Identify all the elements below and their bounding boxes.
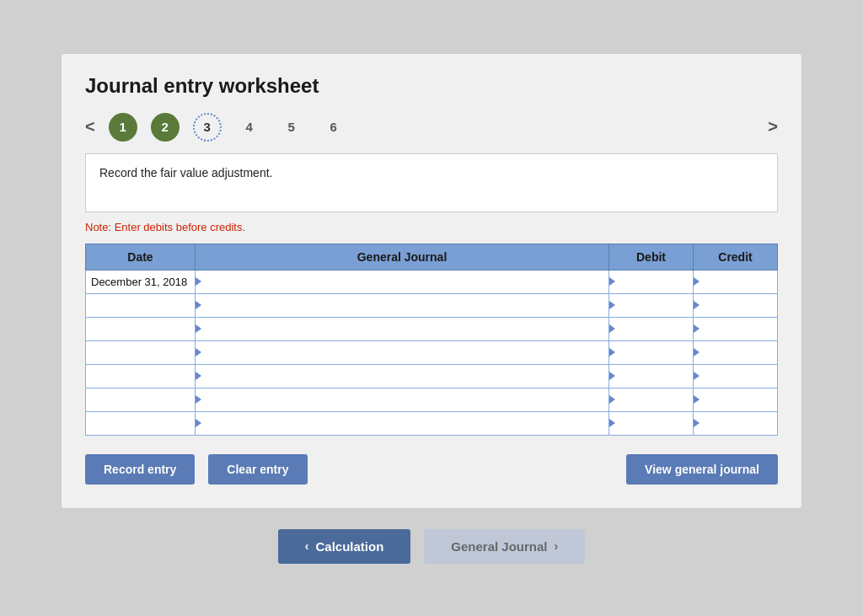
credit-cell[interactable] <box>694 317 778 340</box>
journal-cell[interactable] <box>196 388 609 411</box>
debit-input[interactable] <box>613 394 689 406</box>
debit-cell[interactable] <box>609 340 694 364</box>
calculation-button[interactable]: ‹ Calculation <box>278 529 411 564</box>
main-card: Journal entry worksheet < 1 2 3 4 5 6 > … <box>61 53 802 509</box>
note-text: Note: Enter debits before credits. <box>85 221 778 233</box>
step-3[interactable]: 3 <box>193 113 222 142</box>
credit-input[interactable] <box>697 323 774 335</box>
credit-cell[interactable] <box>694 364 778 388</box>
debit-cell[interactable] <box>609 388 694 411</box>
credit-cell[interactable] <box>694 270 778 293</box>
date-cell[interactable]: December 31, 2018 <box>86 270 196 293</box>
credit-cell[interactable] <box>694 293 778 317</box>
credit-input[interactable] <box>697 276 774 288</box>
debit-input[interactable] <box>613 417 689 430</box>
date-input[interactable] <box>91 323 191 335</box>
col-header-debit: Debit <box>609 244 694 270</box>
row-marker-icon <box>196 277 201 286</box>
nav-next-arrow[interactable]: > <box>768 117 778 137</box>
debit-cell[interactable] <box>609 270 694 293</box>
debit-input[interactable] <box>613 276 689 288</box>
journal-input[interactable] <box>199 276 605 288</box>
credit-cell[interactable] <box>694 388 778 411</box>
step-4[interactable]: 4 <box>235 113 264 142</box>
debit-cell[interactable] <box>609 293 694 317</box>
step-6[interactable]: 6 <box>319 113 348 142</box>
table-row <box>86 293 778 317</box>
journal-cell[interactable] <box>196 270 609 293</box>
date-input[interactable] <box>91 346 191 359</box>
date-input[interactable] <box>91 299 191 312</box>
col-header-date: Date <box>86 244 196 270</box>
date-cell[interactable] <box>86 388 196 411</box>
credit-input[interactable] <box>697 370 774 383</box>
debit-input[interactable] <box>613 299 689 312</box>
credit-cell[interactable] <box>694 411 778 435</box>
row-marker-icon <box>196 324 201 333</box>
table-row <box>86 388 778 411</box>
view-journal-button[interactable]: View general journal <box>626 454 778 485</box>
journal-cell[interactable] <box>196 317 609 340</box>
journal-cell[interactable] <box>196 340 609 364</box>
debit-input[interactable] <box>613 370 689 383</box>
date-cell[interactable] <box>86 364 196 388</box>
step-navigation: < 1 2 3 4 5 6 > <box>85 113 778 142</box>
debit-input[interactable] <box>613 323 689 335</box>
date-cell[interactable] <box>86 340 196 364</box>
credit-input[interactable] <box>697 346 774 359</box>
table-row <box>86 411 778 435</box>
journal-input[interactable] <box>199 394 605 406</box>
debit-marker-icon <box>609 324 615 333</box>
debit-cell[interactable] <box>609 317 694 340</box>
debit-cell[interactable] <box>609 411 694 435</box>
journal-input[interactable] <box>199 417 605 430</box>
row-marker-icon <box>196 395 201 404</box>
date-input[interactable] <box>91 394 191 406</box>
instruction-text: Record the fair value adjustment. <box>99 166 272 179</box>
journal-cell[interactable] <box>196 293 609 317</box>
step-5[interactable]: 5 <box>277 113 306 142</box>
action-buttons: Record entry Clear entry View general jo… <box>85 454 778 485</box>
credit-marker-icon <box>694 348 700 356</box>
table-row <box>86 364 778 388</box>
nav-prev-arrow[interactable]: < <box>85 117 95 137</box>
debit-marker-icon <box>609 372 615 380</box>
step-1[interactable]: 1 <box>109 113 137 142</box>
journal-cell[interactable] <box>196 364 609 388</box>
journal-input[interactable] <box>199 346 605 359</box>
date-cell[interactable] <box>86 411 196 435</box>
debit-marker-icon <box>609 348 615 356</box>
row-marker-icon <box>196 301 201 309</box>
credit-marker-icon <box>694 372 700 380</box>
journal-cell[interactable] <box>196 411 609 435</box>
record-entry-button[interactable]: Record entry <box>85 454 195 485</box>
credit-marker-icon <box>694 395 700 404</box>
debit-cell[interactable] <box>609 364 694 388</box>
date-cell[interactable] <box>86 293 196 317</box>
credit-input[interactable] <box>697 417 774 430</box>
general-journal-label: General Journal <box>451 539 547 554</box>
journal-input[interactable] <box>199 323 605 335</box>
row-marker-icon <box>196 372 201 380</box>
credit-input[interactable] <box>697 299 774 312</box>
debit-marker-icon <box>609 419 615 427</box>
credit-cell[interactable] <box>694 340 778 364</box>
debit-marker-icon <box>609 301 615 309</box>
journal-input[interactable] <box>199 299 605 312</box>
journal-input[interactable] <box>199 370 605 383</box>
debit-input[interactable] <box>613 346 689 359</box>
instruction-box: Record the fair value adjustment. <box>85 153 778 212</box>
general-journal-button[interactable]: General Journal › <box>424 529 585 564</box>
date-input[interactable] <box>91 370 191 383</box>
step-2[interactable]: 2 <box>151 113 180 142</box>
table-row <box>86 317 778 340</box>
date-input[interactable] <box>91 417 191 430</box>
clear-entry-button[interactable]: Clear entry <box>208 454 307 485</box>
col-header-credit: Credit <box>694 244 778 270</box>
credit-input[interactable] <box>697 394 774 406</box>
credit-marker-icon <box>694 301 700 309</box>
credit-marker-icon <box>694 324 700 333</box>
chevron-right-icon: › <box>555 539 559 553</box>
date-cell[interactable] <box>86 317 196 340</box>
table-row <box>86 340 778 364</box>
